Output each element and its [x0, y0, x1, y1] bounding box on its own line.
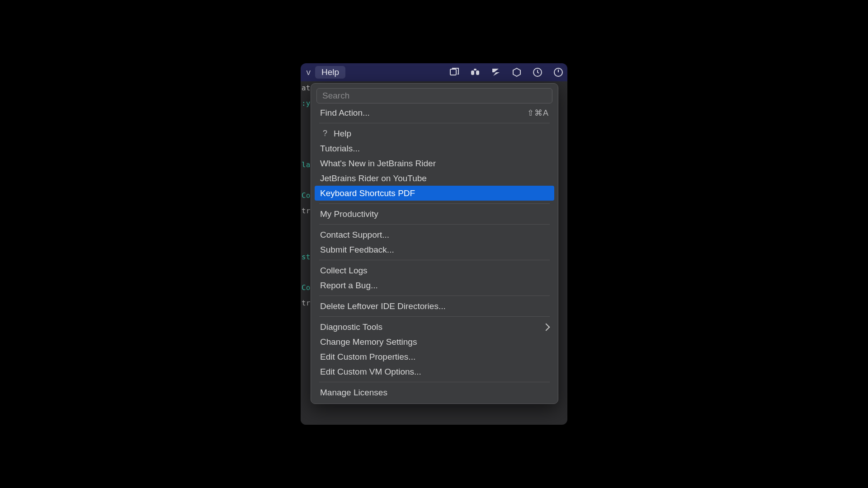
code-fragment: at [301, 81, 311, 94]
menu-item-label: Find Action... [320, 108, 370, 118]
menu-item-submit-feedback[interactable]: Submit Feedback... [315, 242, 554, 257]
code-fragment: Co [301, 281, 311, 294]
menu-item-label: Collect Logs [320, 266, 368, 276]
menu-item-label: Report a Bug... [320, 281, 378, 291]
menu-item-label: Delete Leftover IDE Directories... [320, 301, 446, 311]
menu-separator [319, 203, 550, 204]
menu-item-edit-custom-vm-options[interactable]: Edit Custom VM Options... [315, 364, 554, 379]
code-fragment: tr [301, 204, 311, 217]
menu-separator [319, 296, 550, 296]
copilot-icon[interactable] [470, 67, 481, 78]
menu-separator [319, 224, 550, 225]
chevron-right-icon [542, 323, 550, 331]
menu-item-contact-support[interactable]: Contact Support... [315, 227, 554, 242]
menu-item-label: Submit Feedback... [320, 245, 394, 255]
menu-item-report-bug[interactable]: Report a Bug... [315, 278, 554, 293]
menu-item-diagnostic-tools[interactable]: Diagnostic Tools [315, 319, 554, 334]
menu-item-label: Tutorials... [320, 144, 360, 154]
menu-item-label: JetBrains Rider on YouTube [320, 174, 427, 183]
svg-rect-1 [471, 70, 474, 75]
menu-separator [319, 382, 550, 382]
menu-item-label: Contact Support... [320, 230, 389, 240]
code-fragment: Co [301, 189, 311, 202]
code-fragment: la [301, 158, 311, 171]
menu-item-find-action[interactable]: Find Action... ⇧⌘A [315, 105, 554, 120]
menu-item-label: Change Memory Settings [320, 337, 417, 347]
menu-item-label: Help [334, 129, 351, 139]
svg-rect-3 [474, 69, 476, 70]
menu-item-label: What's New in JetBrains Rider [320, 159, 436, 169]
zig-icon[interactable] [491, 67, 501, 78]
question-icon: ? [320, 129, 330, 138]
history-icon[interactable] [532, 67, 543, 78]
code-fragment [301, 112, 311, 125]
code-fragment: :y [301, 97, 311, 109]
code-fragment [301, 127, 311, 140]
code-fragment: st [301, 250, 311, 263]
menu-item-label: Edit Custom VM Options... [320, 367, 421, 377]
menu-item-change-memory-settings[interactable]: Change Memory Settings [315, 334, 554, 349]
menu-item-whats-new[interactable]: What's New in JetBrains Rider [315, 156, 554, 171]
code-fragment [301, 235, 311, 248]
menu-item-delete-leftover-ide[interactable]: Delete Leftover IDE Directories... [315, 299, 554, 314]
menu-item-youtube[interactable]: JetBrains Rider on YouTube [315, 171, 554, 186]
code-fragment [301, 266, 311, 278]
package-icon[interactable] [511, 67, 522, 78]
menu-separator [319, 316, 550, 317]
help-menu-dropdown: Search Find Action... ⇧⌘A ? Help Tutoria… [311, 83, 558, 404]
menu-separator [319, 123, 550, 123]
menu-search-input[interactable]: Search [316, 88, 552, 103]
menu-item-manage-licenses[interactable]: Manage Licenses [315, 385, 554, 400]
menu-item-label: My Productivity [320, 209, 378, 219]
menubar-help[interactable]: Help [315, 66, 345, 79]
menubar-status-icons [449, 67, 565, 78]
editor-code-strip: at :y la Co tr st Co tr [301, 81, 311, 425]
app-window: v Help at :y [301, 63, 567, 425]
menu-item-keyboard-shortcuts-pdf[interactable]: Keyboard Shortcuts PDF [315, 186, 554, 201]
menu-item-label: Edit Custom Properties... [320, 352, 415, 362]
svg-rect-0 [450, 69, 456, 75]
code-fragment: tr [301, 296, 311, 309]
menu-item-label: Manage Licenses [320, 388, 387, 398]
menu-item-edit-custom-properties[interactable]: Edit Custom Properties... [315, 349, 554, 364]
menubar: v Help [301, 63, 567, 81]
menu-item-shortcut: ⇧⌘A [527, 108, 549, 118]
menu-item-label: Diagnostic Tools [320, 322, 382, 332]
power-icon[interactable] [553, 67, 564, 78]
code-fragment [301, 220, 311, 232]
menu-separator [319, 260, 550, 260]
code-fragment [301, 174, 311, 186]
search-placeholder: Search [322, 91, 349, 101]
menu-item-label: Keyboard Shortcuts PDF [320, 188, 415, 198]
menubar-prev-item-fragment[interactable]: v [303, 67, 311, 77]
menu-item-my-productivity[interactable]: My Productivity [315, 206, 554, 221]
svg-rect-2 [476, 70, 479, 75]
screen-share-icon[interactable] [449, 67, 460, 78]
menu-item-tutorials[interactable]: Tutorials... [315, 141, 554, 156]
menu-item-help[interactable]: ? Help [315, 126, 554, 141]
code-fragment [301, 143, 311, 155]
menu-item-collect-logs[interactable]: Collect Logs [315, 263, 554, 278]
